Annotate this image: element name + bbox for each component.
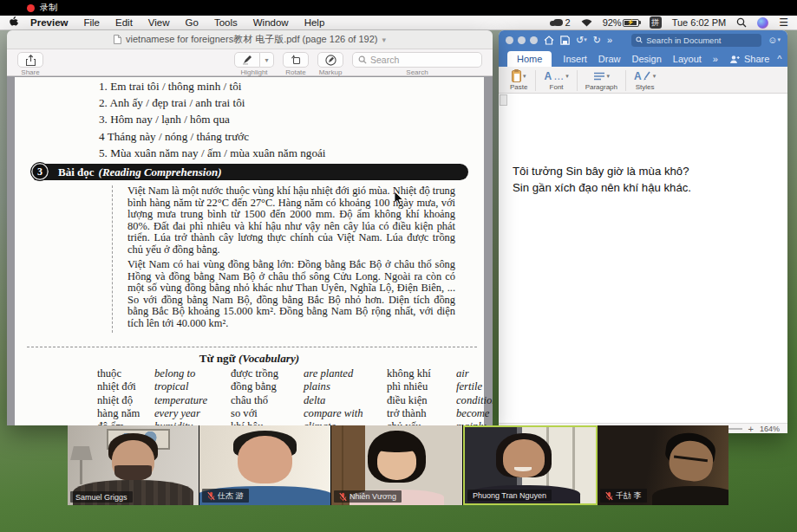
close-icon[interactable] — [506, 36, 513, 44]
tab-insert[interactable]: Insert — [563, 54, 587, 67]
zoom-in-icon[interactable]: + — [748, 424, 754, 434]
vocab-term: châu thổ — [231, 394, 304, 407]
vocab-def: condition — [456, 394, 493, 407]
preview-search-field[interactable]: Search — [352, 52, 482, 68]
rotate-button[interactable] — [283, 52, 309, 68]
battery-percent: 92% — [603, 17, 622, 28]
undo-icon[interactable]: ↺▾ — [576, 35, 587, 46]
vocab-def: every year — [154, 407, 231, 420]
battery-icon[interactable]: 92% ⚡ — [603, 17, 639, 28]
paste-button[interactable]: ▾ Paste — [502, 68, 535, 93]
word-search-field[interactable]: Search in Document — [631, 34, 761, 47]
mic-off-icon — [207, 491, 215, 501]
share-icon — [26, 55, 36, 66]
home-icon[interactable] — [544, 36, 554, 45]
document-text: Tôi tưởng Sin bây giờ là mùa khô? Sin gầ… — [513, 163, 691, 196]
vocab-def: become — [456, 407, 493, 420]
menu-view[interactable]: View — [148, 17, 170, 28]
markup-button[interactable] — [317, 52, 343, 68]
font-button[interactable]: A…▾ Font — [536, 68, 576, 93]
exercise-item: 3. Hôm nay / lạnh / hôm qua — [99, 111, 326, 127]
video-tile-shijie[interactable]: 仕杰 游 — [199, 425, 331, 505]
preview-document-title: vietnamese for foreigners教材 电子版.pdf (pag… — [126, 33, 377, 46]
vocab-def: plains — [304, 380, 387, 393]
collapse-ribbon-icon[interactable]: ^ — [777, 54, 781, 64]
section-number: 3 — [30, 162, 49, 181]
styles-icon — [643, 71, 651, 81]
word-tab-bar: Home Insert Draw Design Layout » Share ^ — [499, 49, 787, 67]
wifi-icon[interactable] — [581, 18, 592, 27]
vocab-term: không khí — [387, 367, 456, 380]
zoom-level: 164% — [760, 425, 780, 433]
menu-clock[interactable]: Tue 6:02 PM — [672, 17, 727, 28]
status-badge-icon[interactable]: 2 — [553, 17, 571, 28]
menu-bar: Preview File Edit View Go Tools Window H… — [0, 16, 797, 30]
word-share-button[interactable]: Share — [744, 54, 769, 64]
tab-layout[interactable]: Layout — [673, 54, 702, 67]
share-button[interactable] — [17, 52, 43, 68]
rotate-icon — [291, 55, 302, 65]
menu-edit[interactable]: Edit — [115, 17, 133, 28]
siri-icon[interactable] — [757, 17, 768, 29]
zoom-window-icon[interactable] — [530, 36, 538, 44]
chevron-down-icon[interactable]: ▾ — [382, 36, 386, 44]
vocab-term: được trồng — [231, 367, 304, 380]
minimize-icon[interactable] — [518, 36, 526, 44]
menu-app-name[interactable]: Preview — [30, 17, 68, 28]
section-banner: 3 Bài đọc (Reading Comprehension) — [34, 164, 468, 180]
word-document[interactable]: Tôi tưởng Sin bây giờ là mùa khô? Sin gầ… — [499, 94, 787, 423]
paragraph-icon — [593, 72, 605, 81]
search-icon[interactable] — [736, 17, 747, 28]
preview-title-bar[interactable]: vietnamese for foreigners教材 电子版.pdf (pag… — [7, 30, 493, 49]
apple-icon[interactable] — [9, 16, 18, 29]
pdf-page: 1. Em trai tôi / thông minh / tôi 2. Anh… — [15, 77, 484, 425]
passage-paragraph: Việt Nam có hai vùng đồng bằng lớn: Đồng… — [127, 259, 455, 329]
word-search-placeholder: Search in Document — [646, 36, 721, 45]
highlight-dropdown[interactable]: ▾ — [260, 52, 274, 68]
vocab-term: nhiệt đới — [97, 380, 154, 393]
highlight-icon — [242, 55, 252, 65]
preview-toolbar: Share ▾ Highlight Rotate Markup — [7, 49, 493, 76]
doc-line: Sin gần xích đạo nên khí hậu khác. — [513, 179, 691, 196]
paste-label: Paste — [510, 83, 527, 91]
tab-home[interactable]: Home — [507, 51, 552, 67]
tab-draw[interactable]: Draw — [598, 54, 621, 67]
participant-name: Phuong Tran Nguyen — [467, 490, 552, 501]
vocab-term: đồng bằng — [231, 380, 304, 393]
redo-icon[interactable]: ↻ — [593, 35, 601, 46]
input-method-icon[interactable]: 拼 — [650, 16, 662, 29]
font-icon: A…▾ — [544, 69, 568, 82]
section-subtitle: (Reading Comprehension) — [99, 165, 222, 179]
video-tile-phuong-active-speaker[interactable]: Phuong Tran Nguyen — [463, 425, 598, 505]
word-title-bar[interactable]: ↺▾ ↻ » Search in Document ☺▾ — [499, 30, 787, 49]
menu-window[interactable]: Window — [253, 17, 289, 28]
exercise-item: 1. Em trai tôi / thông minh / tôi — [99, 78, 326, 94]
more-tabs-icon[interactable]: » — [713, 54, 718, 67]
search-icon — [358, 55, 367, 64]
save-icon[interactable] — [560, 36, 570, 45]
highlight-button[interactable] — [234, 52, 260, 68]
video-tile-samuel[interactable]: Samuel Griggs — [68, 425, 199, 505]
menu-help[interactable]: Help — [304, 17, 325, 28]
menu-tools[interactable]: Tools — [214, 17, 238, 28]
vocab-def: temperature — [154, 394, 231, 407]
doc-line: Tôi tưởng Sin bây giờ là mùa khô? — [513, 163, 691, 179]
styles-button[interactable]: A ▾ Styles — [626, 68, 663, 93]
share-label: Share — [21, 68, 39, 76]
add-person-icon — [729, 55, 740, 64]
tab-design[interactable]: Design — [632, 54, 662, 67]
vocab-term: so với — [231, 407, 304, 420]
section-title: Bài đọc — [58, 165, 95, 179]
notification-center-icon[interactable]: ☰ — [779, 16, 788, 29]
exercise-item: 5. Mùa xuân năm nay / ấm / mùa xuân năm … — [99, 145, 326, 161]
smiley-icon[interactable]: ☺▾ — [768, 35, 781, 45]
vocab-term: hàng năm — [97, 407, 154, 420]
video-tile-nhien[interactable]: Nhiên Vương — [331, 425, 463, 505]
video-tile-qianjie[interactable]: 千劼 李 — [598, 425, 728, 505]
mic-off-icon — [605, 491, 613, 501]
menu-go[interactable]: Go — [186, 17, 199, 28]
participant-name: Nhiên Vương — [334, 490, 402, 503]
more-icon[interactable]: » — [607, 35, 612, 45]
paragraph-button[interactable]: ▾ Paragraph — [578, 68, 625, 93]
menu-file[interactable]: File — [83, 17, 100, 28]
